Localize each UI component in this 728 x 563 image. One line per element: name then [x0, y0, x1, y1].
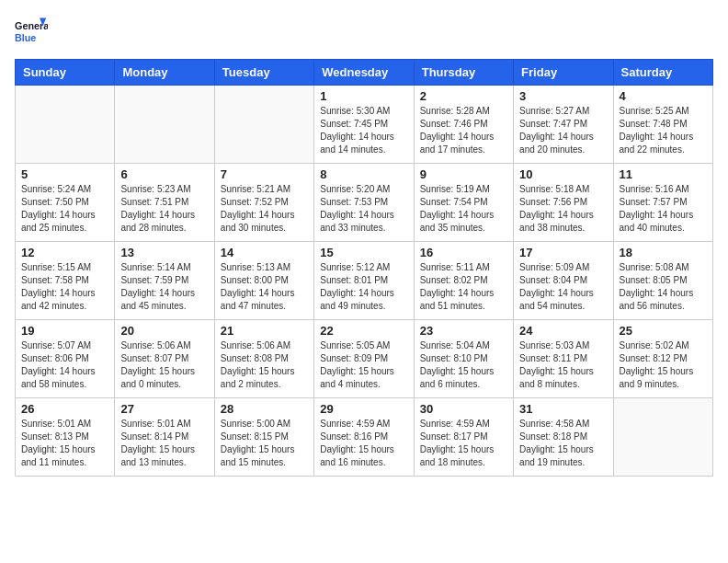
day-number: 31: [519, 402, 607, 416]
calendar-cell: 16Sunrise: 5:11 AM Sunset: 8:02 PM Dayli…: [414, 242, 513, 320]
calendar-cell: 19Sunrise: 5:07 AM Sunset: 8:06 PM Dayli…: [16, 320, 115, 398]
day-number: 9: [420, 167, 507, 181]
calendar-cell: 6Sunrise: 5:23 AM Sunset: 7:51 PM Daylig…: [115, 164, 214, 242]
day-info: Sunrise: 5:18 AM Sunset: 7:56 PM Dayligh…: [519, 183, 607, 235]
calendar-cell: 30Sunrise: 4:59 AM Sunset: 8:17 PM Dayli…: [414, 398, 513, 477]
calendar-cell: 31Sunrise: 4:58 AM Sunset: 8:18 PM Dayli…: [514, 398, 613, 477]
calendar-cell: 24Sunrise: 5:03 AM Sunset: 8:11 PM Dayli…: [514, 320, 613, 398]
day-number: 24: [519, 324, 607, 338]
calendar-cell: 3Sunrise: 5:27 AM Sunset: 7:47 PM Daylig…: [514, 86, 613, 164]
calendar-cell: 23Sunrise: 5:04 AM Sunset: 8:10 PM Dayli…: [414, 320, 513, 398]
calendar-cell: 5Sunrise: 5:24 AM Sunset: 7:50 PM Daylig…: [16, 164, 115, 242]
day-number: 8: [320, 167, 407, 181]
week-row-4: 19Sunrise: 5:07 AM Sunset: 8:06 PM Dayli…: [16, 320, 713, 398]
week-row-3: 12Sunrise: 5:15 AM Sunset: 7:58 PM Dayli…: [16, 242, 713, 320]
calendar-cell: 10Sunrise: 5:18 AM Sunset: 7:56 PM Dayli…: [514, 164, 613, 242]
weekday-header-wednesday: Wednesday: [314, 60, 414, 86]
calendar-cell: 21Sunrise: 5:06 AM Sunset: 8:08 PM Dayli…: [214, 320, 313, 398]
day-info: Sunrise: 5:11 AM Sunset: 8:02 PM Dayligh…: [420, 261, 507, 313]
calendar-cell: 13Sunrise: 5:14 AM Sunset: 7:59 PM Dayli…: [115, 242, 214, 320]
calendar-cell: [16, 86, 115, 164]
calendar-cell: 26Sunrise: 5:01 AM Sunset: 8:13 PM Dayli…: [16, 398, 115, 477]
page-header: GeneralBlue: [15, 15, 713, 48]
day-info: Sunrise: 5:01 AM Sunset: 8:13 PM Dayligh…: [21, 418, 108, 469]
day-info: Sunrise: 5:23 AM Sunset: 7:51 PM Dayligh…: [120, 183, 208, 235]
calendar-cell: 14Sunrise: 5:13 AM Sunset: 8:00 PM Dayli…: [214, 242, 313, 320]
calendar-cell: 18Sunrise: 5:08 AM Sunset: 8:05 PM Dayli…: [613, 242, 712, 320]
calendar-cell: [115, 86, 214, 164]
calendar-table: SundayMondayTuesdayWednesdayThursdayFrid…: [15, 59, 713, 477]
day-number: 25: [620, 324, 707, 338]
day-info: Sunrise: 5:04 AM Sunset: 8:10 PM Dayligh…: [420, 339, 507, 391]
day-info: Sunrise: 5:01 AM Sunset: 8:14 PM Dayligh…: [120, 418, 208, 469]
day-number: 12: [21, 246, 108, 259]
day-number: 14: [221, 246, 308, 259]
day-number: 11: [620, 167, 707, 181]
weekday-header-saturday: Saturday: [613, 60, 712, 86]
day-number: 2: [420, 89, 507, 103]
day-info: Sunrise: 5:20 AM Sunset: 7:53 PM Dayligh…: [320, 183, 407, 235]
calendar-cell: 15Sunrise: 5:12 AM Sunset: 8:01 PM Dayli…: [314, 242, 414, 320]
day-info: Sunrise: 5:06 AM Sunset: 8:08 PM Dayligh…: [221, 339, 308, 391]
day-info: Sunrise: 5:00 AM Sunset: 8:15 PM Dayligh…: [221, 418, 308, 469]
day-info: Sunrise: 5:30 AM Sunset: 7:45 PM Dayligh…: [320, 105, 407, 156]
calendar-cell: 11Sunrise: 5:16 AM Sunset: 7:57 PM Dayli…: [613, 164, 712, 242]
weekday-header-monday: Monday: [115, 60, 214, 86]
day-number: 10: [519, 167, 607, 181]
day-info: Sunrise: 5:02 AM Sunset: 8:12 PM Dayligh…: [620, 339, 707, 391]
week-row-2: 5Sunrise: 5:24 AM Sunset: 7:50 PM Daylig…: [16, 164, 713, 242]
day-info: Sunrise: 5:16 AM Sunset: 7:57 PM Dayligh…: [620, 183, 707, 235]
day-info: Sunrise: 5:13 AM Sunset: 8:00 PM Dayligh…: [221, 261, 308, 313]
calendar-cell: 1Sunrise: 5:30 AM Sunset: 7:45 PM Daylig…: [314, 86, 414, 164]
day-number: 17: [519, 246, 607, 259]
week-row-5: 26Sunrise: 5:01 AM Sunset: 8:13 PM Dayli…: [16, 398, 713, 477]
calendar-cell: 9Sunrise: 5:19 AM Sunset: 7:54 PM Daylig…: [414, 164, 513, 242]
calendar-cell: 22Sunrise: 5:05 AM Sunset: 8:09 PM Dayli…: [314, 320, 414, 398]
calendar-cell: 8Sunrise: 5:20 AM Sunset: 7:53 PM Daylig…: [314, 164, 414, 242]
day-number: 23: [420, 324, 507, 338]
weekday-header-friday: Friday: [514, 60, 613, 86]
calendar-cell: 12Sunrise: 5:15 AM Sunset: 7:58 PM Dayli…: [16, 242, 115, 320]
day-number: 1: [320, 89, 407, 103]
weekday-header-thursday: Thursday: [414, 60, 513, 86]
day-info: Sunrise: 4:59 AM Sunset: 8:16 PM Dayligh…: [320, 418, 407, 469]
calendar-cell: [613, 398, 712, 477]
day-number: 29: [320, 402, 407, 416]
day-number: 6: [120, 167, 208, 181]
day-info: Sunrise: 5:09 AM Sunset: 8:04 PM Dayligh…: [519, 261, 607, 313]
day-number: 18: [620, 246, 707, 259]
calendar-cell: 7Sunrise: 5:21 AM Sunset: 7:52 PM Daylig…: [214, 164, 313, 242]
day-info: Sunrise: 5:14 AM Sunset: 7:59 PM Dayligh…: [120, 261, 208, 313]
day-number: 4: [620, 89, 707, 103]
day-info: Sunrise: 5:03 AM Sunset: 8:11 PM Dayligh…: [519, 339, 607, 391]
day-number: 26: [21, 402, 108, 416]
weekday-header-tuesday: Tuesday: [214, 60, 313, 86]
day-info: Sunrise: 4:59 AM Sunset: 8:17 PM Dayligh…: [420, 418, 507, 469]
day-number: 3: [519, 89, 607, 103]
day-info: Sunrise: 5:21 AM Sunset: 7:52 PM Dayligh…: [221, 183, 308, 235]
day-info: Sunrise: 5:15 AM Sunset: 7:58 PM Dayligh…: [21, 261, 108, 313]
day-info: Sunrise: 5:19 AM Sunset: 7:54 PM Dayligh…: [420, 183, 507, 235]
day-number: 30: [420, 402, 507, 416]
day-number: 27: [120, 402, 208, 416]
logo: GeneralBlue: [15, 15, 48, 48]
day-info: Sunrise: 5:08 AM Sunset: 8:05 PM Dayligh…: [620, 261, 707, 313]
calendar-cell: 17Sunrise: 5:09 AM Sunset: 8:04 PM Dayli…: [514, 242, 613, 320]
day-info: Sunrise: 5:12 AM Sunset: 8:01 PM Dayligh…: [320, 261, 407, 313]
calendar-cell: 2Sunrise: 5:28 AM Sunset: 7:46 PM Daylig…: [414, 86, 513, 164]
calendar-cell: 29Sunrise: 4:59 AM Sunset: 8:16 PM Dayli…: [314, 398, 414, 477]
logo-icon: GeneralBlue: [15, 15, 48, 48]
day-number: 20: [120, 324, 208, 338]
day-info: Sunrise: 5:07 AM Sunset: 8:06 PM Dayligh…: [21, 339, 108, 391]
calendar-cell: [214, 86, 313, 164]
day-info: Sunrise: 5:05 AM Sunset: 8:09 PM Dayligh…: [320, 339, 407, 391]
calendar-cell: 25Sunrise: 5:02 AM Sunset: 8:12 PM Dayli…: [613, 320, 712, 398]
weekday-header-sunday: Sunday: [16, 60, 115, 86]
weekday-header-row: SundayMondayTuesdayWednesdayThursdayFrid…: [16, 60, 713, 86]
day-number: 5: [21, 167, 108, 181]
day-number: 7: [221, 167, 308, 181]
day-number: 21: [221, 324, 308, 338]
day-info: Sunrise: 5:28 AM Sunset: 7:46 PM Dayligh…: [420, 105, 507, 156]
calendar-cell: 4Sunrise: 5:25 AM Sunset: 7:48 PM Daylig…: [613, 86, 712, 164]
day-number: 28: [221, 402, 308, 416]
